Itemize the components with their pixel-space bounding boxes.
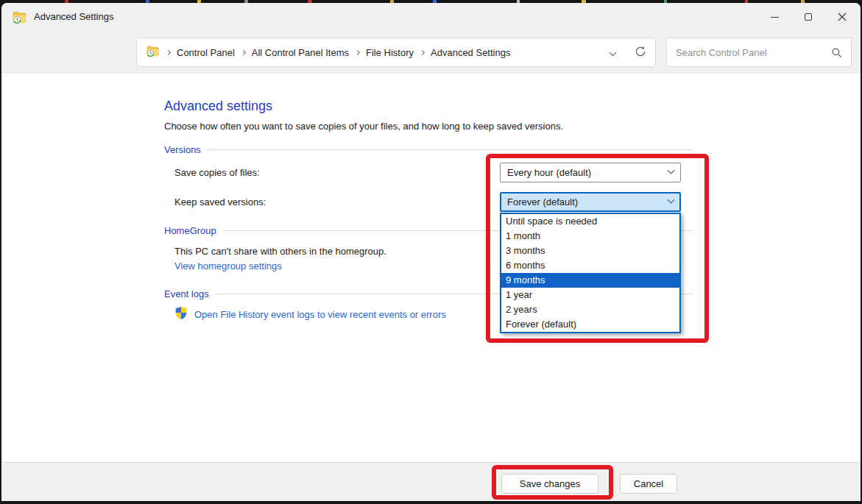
uac-shield-icon bbox=[174, 306, 188, 323]
keep-versions-options-list: Until space is needed 1 month 3 months 6… bbox=[500, 213, 681, 333]
save-copies-dropdown[interactable]: Every hour (default) bbox=[500, 163, 681, 182]
search-input[interactable] bbox=[667, 38, 851, 66]
keep-versions-value: Forever (default) bbox=[507, 196, 578, 207]
dropdown-option[interactable]: 6 months bbox=[501, 258, 679, 273]
search-box bbox=[666, 38, 852, 67]
breadcrumb-item-advanced-settings[interactable]: Advanced Settings bbox=[431, 47, 510, 58]
page-title: Advanced settings bbox=[164, 99, 272, 114]
section-divider bbox=[207, 149, 693, 150]
file-history-folder-icon bbox=[12, 10, 27, 28]
close-icon bbox=[838, 13, 847, 21]
event-logs-row: Open File History event logs to view rec… bbox=[174, 306, 446, 323]
search-icon[interactable] bbox=[831, 47, 843, 62]
minimize-button[interactable] bbox=[757, 3, 791, 31]
breadcrumb-item-all-control-panel-items[interactable]: All Control Panel Items bbox=[252, 47, 349, 58]
dropdown-option[interactable]: 3 months bbox=[501, 244, 679, 258]
dropdown-option[interactable]: Until space is needed bbox=[501, 214, 679, 229]
dropdown-option[interactable]: Forever (default) bbox=[501, 317, 679, 332]
breadcrumb-separator-icon[interactable] bbox=[420, 49, 425, 54]
homegroup-status-text: This PC can't share with others in the h… bbox=[174, 246, 386, 257]
minimize-icon bbox=[771, 17, 779, 18]
event-logs-section-label: Event logs bbox=[164, 288, 209, 299]
view-homegroup-settings-link[interactable]: View homegroup settings bbox=[174, 260, 282, 271]
caption-controls bbox=[757, 3, 859, 31]
title-bar: Advanced Settings bbox=[1, 3, 861, 31]
homegroup-section-label: HomeGroup bbox=[164, 225, 216, 236]
dropdown-option[interactable]: 1 year bbox=[501, 288, 679, 302]
versions-section-label: Versions bbox=[164, 144, 201, 155]
keep-versions-label: Keep saved versions: bbox=[174, 196, 266, 207]
dropdown-option[interactable]: 2 years bbox=[501, 302, 679, 317]
navigation-bar: ← → ↑ Control Panel A bbox=[1, 31, 861, 74]
refresh-button[interactable] bbox=[635, 46, 646, 60]
keep-versions-dropdown[interactable]: Forever (default) bbox=[500, 192, 681, 212]
save-copies-label: Save copies of files: bbox=[174, 167, 260, 178]
breadcrumb-separator-icon[interactable] bbox=[166, 49, 171, 54]
address-history-dropdown-icon[interactable] bbox=[610, 49, 617, 56]
file-history-folder-icon bbox=[146, 44, 160, 61]
dropdown-option[interactable]: 1 month bbox=[501, 229, 679, 244]
advanced-settings-window: Advanced Settings ← → ↑ bbox=[1, 3, 861, 501]
breadcrumb-item-file-history[interactable]: File History bbox=[366, 47, 414, 58]
breadcrumb-separator-icon[interactable] bbox=[355, 49, 360, 54]
address-bar[interactable]: Control Panel All Control Panel Items Fi… bbox=[136, 38, 656, 67]
save-changes-button[interactable]: Save changes bbox=[501, 474, 598, 494]
chevron-down-icon bbox=[668, 167, 675, 174]
breadcrumb-item-control-panel[interactable]: Control Panel bbox=[177, 47, 235, 58]
refresh-icon bbox=[635, 46, 646, 57]
breadcrumb-separator-icon[interactable] bbox=[241, 49, 246, 54]
dropdown-option-highlighted[interactable]: 9 months bbox=[501, 273, 679, 288]
page-description: Choose how often you want to save copies… bbox=[164, 121, 563, 132]
cancel-button[interactable]: Cancel bbox=[620, 474, 677, 494]
chevron-down-icon bbox=[668, 196, 675, 204]
maximize-button[interactable] bbox=[791, 3, 825, 31]
versions-section-header: Versions bbox=[164, 144, 693, 155]
save-copies-value: Every hour (default) bbox=[507, 167, 591, 178]
close-button[interactable] bbox=[825, 3, 859, 31]
settings-content: Advanced settings Choose how often you w… bbox=[1, 74, 861, 462]
screenshot-root: Advanced Settings ← → ↑ bbox=[0, 0, 862, 504]
maximize-icon bbox=[805, 13, 812, 21]
open-event-logs-link[interactable]: Open File History event logs to view rec… bbox=[194, 309, 446, 320]
window-title: Advanced Settings bbox=[34, 11, 113, 22]
footer-bar: Save changes Cancel bbox=[1, 462, 861, 501]
